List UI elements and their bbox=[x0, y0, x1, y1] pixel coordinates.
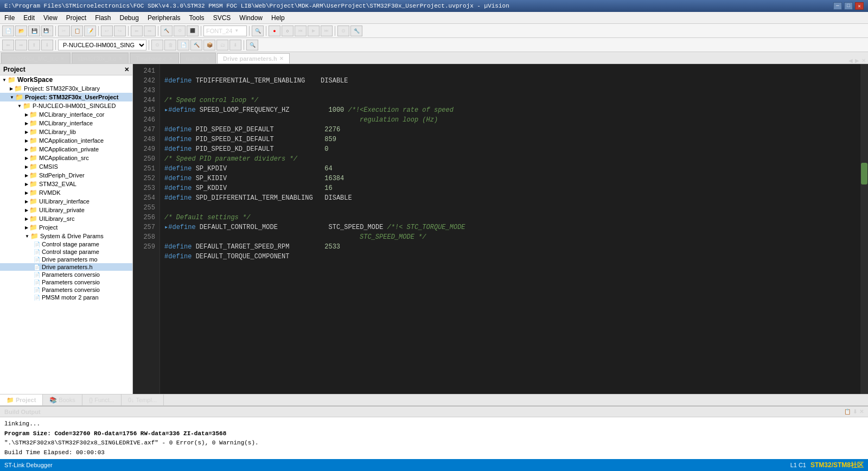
code-content[interactable]: #define TFDIFFERENTIAL_TERM_ENABLING DIS… bbox=[160, 64, 860, 394]
tab-scroll-left[interactable]: ◀ bbox=[848, 58, 853, 63]
stdperiph-expand-icon[interactable]: ▶ bbox=[25, 173, 28, 178]
tree-paramconv3[interactable]: 📄 Parameters conversio bbox=[0, 286, 132, 294]
ulibint-expand-icon[interactable]: ▶ bbox=[25, 199, 28, 204]
tree-ulibpriv[interactable]: ▶ 📁 UILibrary_private bbox=[0, 206, 132, 214]
menu-peripherals[interactable]: Peripherals bbox=[143, 12, 185, 23]
tree-cmsis[interactable]: ▶ 📁 CMSIS bbox=[0, 162, 132, 171]
rebuild-button[interactable]: ⚙ bbox=[174, 26, 186, 36]
open-button[interactable]: 📂 bbox=[15, 26, 27, 36]
tab-drive-params[interactable]: Drive parameters.h ✕ bbox=[217, 53, 290, 64]
cmsis-expand-icon[interactable]: ▶ bbox=[25, 164, 28, 169]
menu-tools[interactable]: Tools bbox=[185, 12, 209, 23]
ulibsrc-expand-icon[interactable]: ▶ bbox=[25, 217, 28, 221]
stm32eval-expand-icon[interactable]: ▶ bbox=[25, 182, 28, 187]
mclib-expand-icon[interactable]: ▶ bbox=[25, 121, 28, 126]
tree-ctrlstg2[interactable]: 📄 Control stage parame bbox=[0, 248, 132, 256]
dbg-reset-button[interactable]: ⏮ bbox=[295, 26, 307, 36]
mcapp2-expand-icon[interactable]: ▶ bbox=[25, 147, 28, 152]
tab-close-all[interactable]: ✕ bbox=[861, 58, 866, 63]
mcapp3-expand-icon[interactable]: ▶ bbox=[25, 156, 28, 161]
tree-ulibint[interactable]: ▶ 📁 UILibrary_interface bbox=[0, 197, 132, 206]
tab-close-icon[interactable]: ✕ bbox=[118, 56, 123, 61]
menu-debug[interactable]: Debug bbox=[116, 12, 143, 23]
target-options-button[interactable]: ⚙ bbox=[151, 40, 163, 50]
build2-button[interactable]: 🔨 bbox=[190, 40, 202, 50]
target-up-button[interactable]: ⬆ bbox=[28, 40, 40, 50]
tree-sysdrv[interactable]: ▼ 📁 System & Drive Params bbox=[0, 232, 132, 240]
font-dropdown[interactable]: FONT_24 ▼ bbox=[203, 26, 247, 36]
new-file-button[interactable]: 📄 bbox=[2, 26, 14, 36]
menu-edit[interactable]: Edit bbox=[19, 12, 39, 23]
tab-scroll-right[interactable]: ▶ bbox=[855, 58, 859, 63]
project-expand-icon[interactable]: ▶ bbox=[25, 225, 28, 230]
menu-view[interactable]: View bbox=[39, 12, 62, 23]
build-scroll-button[interactable]: ⬇ bbox=[853, 409, 857, 415]
tree-mclibint[interactable]: ▶ 📁 MCLibrary_interface_cor bbox=[0, 110, 132, 119]
pnucleo-expand-icon[interactable]: ▼ bbox=[17, 104, 22, 109]
mclib2-expand-icon[interactable]: ▶ bbox=[25, 130, 28, 135]
tab-close-icon[interactable]: ✕ bbox=[206, 56, 210, 61]
code-editor[interactable]: 241 242 243 244 245 246 247 248 249 250 … bbox=[133, 64, 868, 394]
sidebar-close-button[interactable]: ✕ bbox=[124, 66, 129, 73]
copy-button[interactable]: 📋 bbox=[71, 26, 83, 36]
maximize-button[interactable]: □ bbox=[844, 2, 853, 10]
tree-proj2[interactable]: ▼ 📁 Project: STM32F30x_UserProject bbox=[0, 93, 132, 101]
tree-stdperiph[interactable]: ▶ 📁 StdPeriph_Driver bbox=[0, 171, 132, 180]
dbg-run-button[interactable]: ○ bbox=[282, 26, 293, 36]
btab-templates[interactable]: 0↓ Templ... bbox=[122, 394, 164, 405]
target-fwd-button[interactable]: ➡ bbox=[15, 40, 27, 50]
menu-project[interactable]: Project bbox=[62, 12, 91, 23]
save-button[interactable]: 💾 bbox=[28, 26, 40, 36]
tab-close-icon[interactable]: ✕ bbox=[279, 56, 284, 61]
mcapp-expand-icon[interactable]: ▶ bbox=[25, 138, 28, 143]
tree-mcapp2[interactable]: ▶ 📁 MCApplication_private bbox=[0, 145, 132, 154]
batch2-button[interactable]: 📦 bbox=[203, 40, 215, 50]
btab-functions[interactable]: {} Funct... bbox=[82, 394, 122, 405]
forward-button[interactable]: ➡ bbox=[144, 26, 156, 36]
btab-books[interactable]: 📚 Books bbox=[43, 394, 82, 405]
tree-pnucleo[interactable]: ▼ 📁 P-NUCLEO-IHM001_SINGLED bbox=[0, 101, 132, 110]
clean-button[interactable]: 🗑 bbox=[164, 40, 176, 50]
undo-button[interactable]: ↩ bbox=[101, 26, 113, 36]
tree-mcapp3[interactable]: ▶ 📁 MCApplication_src bbox=[0, 154, 132, 162]
tree-stm32eval[interactable]: ▶ 📁 STM32_EVAL bbox=[0, 180, 132, 188]
tree-driveparamsm[interactable]: 📄 Drive parameters mo bbox=[0, 256, 132, 263]
find-button[interactable]: 🔍 bbox=[252, 26, 264, 36]
tab-timebase[interactable]: Timebase.c ✕ bbox=[130, 53, 178, 63]
build-button[interactable]: 🔨 bbox=[161, 26, 173, 36]
target-down-button[interactable]: ⬇ bbox=[41, 40, 53, 50]
rvmdk-expand-icon[interactable]: ▶ bbox=[25, 190, 28, 195]
dbg-runto-button[interactable]: ▶ bbox=[308, 26, 320, 36]
scroll-indicator[interactable] bbox=[860, 64, 868, 394]
menu-file[interactable]: File bbox=[0, 12, 19, 23]
target-back-button[interactable]: ⬅ bbox=[2, 40, 14, 50]
tree-mclib2[interactable]: ▶ 📁 MCLibrary_lib bbox=[0, 128, 132, 136]
tree-project[interactable]: ▶ 📁 Project bbox=[0, 223, 132, 232]
tree-pmsm[interactable]: 📄 PMSM motor 2 paran bbox=[0, 294, 132, 301]
proj1-expand-icon[interactable]: ▶ bbox=[10, 86, 13, 91]
mclibint-expand-icon[interactable]: ▶ bbox=[25, 112, 28, 117]
tree-mclib[interactable]: ▶ 📁 MCLibrary_interface bbox=[0, 119, 132, 128]
tree-mcapp[interactable]: ▶ 📁 MCApplication_interface bbox=[0, 136, 132, 145]
tree-proj1[interactable]: ▶ 📁 Project: STM32F30x_Library bbox=[0, 84, 132, 93]
menu-flash[interactable]: Flash bbox=[91, 12, 115, 23]
translate-button[interactable]: 📄 bbox=[177, 40, 189, 50]
tree-rvmdk[interactable]: ▶ 📁 RVMDK bbox=[0, 188, 132, 197]
tree-driveparamsh[interactable]: 📄 Drive parameters.h bbox=[0, 263, 132, 271]
find2-button[interactable]: 🔍 bbox=[246, 40, 258, 50]
build-close-button[interactable]: ✕ bbox=[859, 409, 864, 415]
download-button[interactable]: ⬇ bbox=[229, 40, 241, 50]
dbg-stop-button[interactable]: ● bbox=[269, 26, 280, 36]
multiproject-button[interactable]: 🗂 bbox=[216, 40, 228, 50]
font-dropdown-arrow[interactable]: ▼ bbox=[234, 28, 239, 33]
tab-main[interactable]: main.c ✕ bbox=[180, 53, 216, 63]
tree-ulibsrc[interactable]: ▶ 📁 UILibrary_src bbox=[0, 214, 132, 223]
batch-button[interactable]: ⬛ bbox=[187, 26, 199, 36]
proj2-expand-icon[interactable]: ▼ bbox=[10, 95, 14, 100]
tab-stm32f30x-mc-it[interactable]: stm32f30x_MC_it.c ✕ bbox=[1, 53, 71, 63]
tab-stm32f30x-it[interactable]: stm32f30x_it.c ✕ bbox=[72, 53, 129, 63]
close-button[interactable]: ✕ bbox=[855, 2, 864, 10]
dbg-step-button[interactable]: ⏭ bbox=[321, 26, 333, 36]
redo-button[interactable]: ↪ bbox=[114, 26, 126, 36]
target-dropdown[interactable]: P-NUCLEO-IHM001_SING bbox=[58, 40, 146, 50]
